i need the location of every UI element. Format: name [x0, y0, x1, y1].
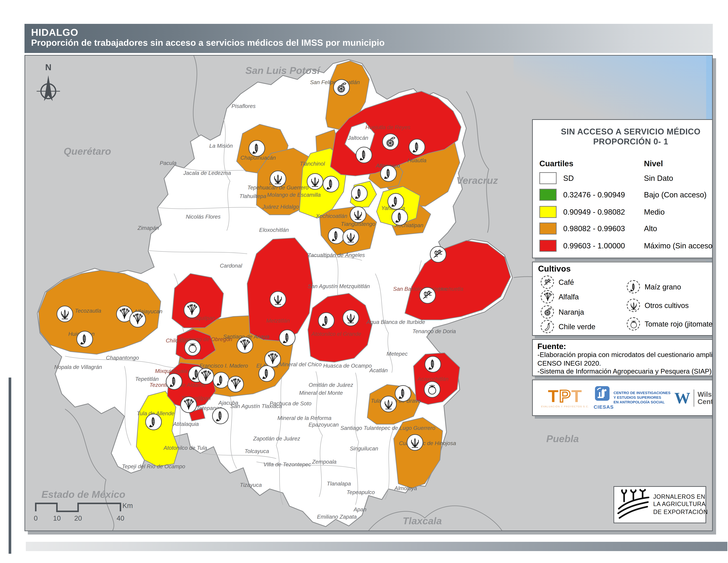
ciesas-icon [594, 386, 610, 401]
municipality-label: Atotonilco de Tula [163, 445, 207, 451]
maiz-icon [328, 227, 344, 244]
municipality-label: Tolcayuca [245, 448, 269, 454]
wilson-center-logo: W WilsonCenter [674, 389, 713, 406]
municipality-label: Omitlán de Juárez [309, 382, 353, 388]
tpt-letter-t2: T [571, 386, 583, 406]
bottom-gradient-bar [26, 542, 727, 551]
wilson-line: Center [698, 398, 713, 405]
municipality-label: Tepeapulco [347, 489, 375, 495]
tomate-icon [627, 317, 640, 331]
municipality-label: Tepeji del Río de Ocampo [122, 463, 185, 470]
municipality-label: Tlahuiltepa [239, 193, 266, 199]
municipality-label: Jacala de Ledezma [183, 169, 231, 176]
jornaleros-logo-box: JORNALEROS ENLA AGRICULTURADE EXPORTACIÓ… [614, 486, 706, 523]
municipality-label: Almoloya [394, 485, 417, 492]
fuente-line: -Sistema de Información Agropecuaria y P… [533, 368, 713, 376]
wilson-name-lines: WilsonCenter [698, 391, 713, 405]
maiz-icon [387, 193, 404, 210]
fuente-line: CENSO INEGI 2020. [533, 359, 713, 368]
north-label: N [32, 64, 65, 71]
state-label: Veracruz [456, 174, 498, 186]
tpt-letters: TPT [537, 388, 594, 405]
legend-class-row: 0.98082 - 0.99603Alto [533, 220, 713, 237]
tpt-logo: TPT EVALUACIÓN Y PROYECTOS S.C. [537, 388, 594, 408]
maiz-icon [391, 209, 408, 225]
scale-tick-label: 10 [53, 514, 61, 522]
municipality-label: Tepetitlán [135, 376, 159, 382]
page-edge-shadow [9, 378, 11, 554]
maiz-icon [212, 408, 229, 424]
maiz-icon [166, 373, 182, 390]
cultivos-header: Cultivos [533, 262, 713, 273]
maiz-icon [318, 312, 335, 329]
municipality-label: Cardonal [220, 262, 242, 269]
naranja-icon [541, 305, 554, 319]
state-label: Puebla [546, 433, 579, 444]
cultivo-item: Alfalfa [541, 291, 595, 304]
legend-color-swatch [539, 239, 557, 251]
legend-range-label: 0.98082 - 0.99603 [563, 225, 644, 233]
municipality-label: Mineral del Chico [279, 361, 322, 368]
state-label: Estado de México [42, 489, 125, 500]
ciesas-badge: CIESAS [594, 386, 611, 410]
fuente-line: -Elaboración propia con microdatos del c… [533, 351, 713, 359]
otros-icon [627, 299, 640, 312]
cafe-icon [419, 287, 436, 304]
legend-range-label: 0.32476 - 0.90949 [563, 191, 644, 199]
municipality-label: Acatlán [369, 367, 388, 374]
alfalfa-icon [129, 311, 146, 328]
otros-icon [380, 396, 397, 412]
alfalfa-icon [180, 397, 197, 413]
ciesas-logo: CIESAS CENTRO DE INVESTIGACIONESY ESTUDI… [594, 386, 672, 410]
municipality-label: Huejutla de Reyes [365, 124, 410, 130]
cultivo-item: Chile verde [541, 320, 595, 333]
cafe-icon [430, 246, 446, 262]
maiz-icon [351, 185, 368, 202]
municipality-label: Nopala de Villagrán [54, 364, 102, 370]
legend-title-line2: PROPORCIÓN 0- 1 [593, 137, 668, 147]
maiz-icon [380, 165, 397, 182]
municipality-label: Apan [354, 506, 366, 513]
naranja-icon [333, 79, 350, 96]
maiz-icon [258, 365, 275, 382]
otros-icon [342, 310, 359, 326]
municipality-label: Tenango de Doria [412, 328, 456, 335]
municipality-label: Zapotlán de Juárez [253, 435, 300, 442]
cultivos-left-column: CaféAlfalfaNaranjaChile verde [541, 275, 595, 335]
page: HIDALGO Proporción de trabajadores sin a… [0, 0, 728, 563]
municipality-label: La Misión [209, 142, 233, 149]
municipality-label: Agua Blanca de Iturbide [366, 319, 425, 325]
map-subtitle: Proporción de trabajadores sin acceso a … [31, 38, 713, 48]
cultivo-label: Chile verde [559, 323, 595, 331]
maiz-icon [627, 280, 640, 294]
state-label: San Luis Potosí [245, 65, 320, 76]
north-arrow-icon [32, 71, 65, 106]
alfalfa-icon [541, 291, 554, 304]
municipality-label: Juárez Hidalgo [262, 203, 299, 210]
municipality-label: Nicolás Flores [186, 213, 221, 220]
cultivo-item: Otros cultivos [627, 299, 713, 312]
map-frame: San Luis PotosíQuerétaroVeracruzPueblaTl… [24, 55, 713, 531]
otros-icon [307, 173, 323, 190]
legend-classes-box: SIN ACCESO A SERVICIO MÉDICO PROPORCIÓN … [532, 119, 713, 258]
municipality-label: Molango de Escamilla [267, 191, 321, 198]
jornaleros-text: JORNALEROS ENLA AGRICULTURADE EXPORTACIÓ… [653, 493, 708, 516]
ciesas-line: Y ESTUDIOS SUPERIORES [614, 396, 670, 400]
otros-icon [407, 434, 423, 451]
legend-class-row: 0.32476 - 0.90949Bajo (Con acceso) [533, 186, 713, 203]
otros-icon [342, 229, 359, 245]
tpt-subtitle: EVALUACIÓN Y PROYECTOS S.C. [537, 405, 594, 408]
cultivo-item: Naranja [541, 305, 595, 319]
cultivo-item: Café [541, 275, 595, 289]
municipality-label: Tlanchinol [300, 160, 325, 167]
fuente-box: Fuente: -Elaboración propia con microdat… [532, 339, 713, 376]
otros-icon [270, 170, 286, 187]
legend-class-row: SDSin Dato [533, 169, 713, 186]
municipality-label: Atotonilco el Grande [311, 331, 361, 337]
wilson-w: W [674, 390, 690, 406]
legend-range-label: 0.99603 - 1.00000 [563, 241, 644, 249]
legend-column-headers: Cuartiles Nivel [533, 154, 713, 169]
alfalfa-icon [184, 302, 200, 318]
cultivos-right-column: Maíz granoOtros cultivosTomate rojo (jit… [627, 280, 713, 336]
naranja-icon [382, 133, 399, 150]
